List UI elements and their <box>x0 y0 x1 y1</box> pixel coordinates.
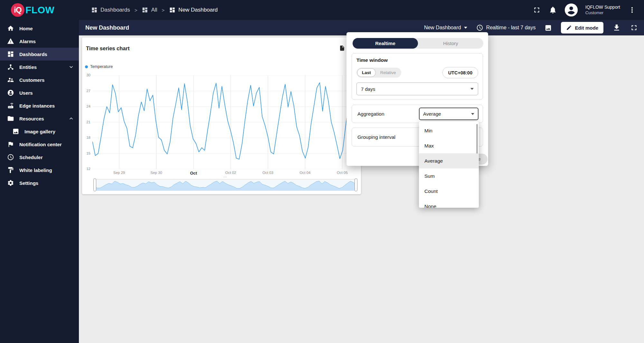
user-avatar[interactable] <box>565 4 578 16</box>
x-axis-tick: Sep 29 <box>113 171 125 175</box>
dashboard-fullscreen-icon[interactable] <box>630 24 638 32</box>
breadcrumb-label: Dashboards <box>100 7 130 13</box>
sidebar-item-label: Alarms <box>19 39 36 44</box>
sidebar-item-image-gallery[interactable]: Image gallery <box>0 125 79 138</box>
sidebar-nav: HomeAlarmsDashboardsEntitiesCustomersUse… <box>0 20 79 343</box>
legend-dot <box>85 65 88 68</box>
logo-text: FLOW <box>25 5 54 15</box>
y-axis-tick: 12 <box>82 167 90 171</box>
y-axis-tick: 15 <box>82 151 90 155</box>
breadcrumb-separator: > <box>162 7 165 13</box>
time-range-scrubber[interactable]: ⋯ <box>94 179 356 191</box>
breadcrumb-item-all[interactable]: All <box>142 7 157 13</box>
duration-select[interactable]: 7 days <box>356 82 478 95</box>
scrubber-left-handle[interactable] <box>93 178 96 191</box>
user-info[interactable]: IQFLOW Support Customer <box>585 4 620 15</box>
widget-title: Time series chart <box>86 45 129 52</box>
download-icon[interactable] <box>612 24 621 32</box>
pencil-icon <box>566 25 572 31</box>
user-name: IQFLOW Support <box>585 4 620 10</box>
x-axis-tick: Oct 05 <box>337 171 348 175</box>
image-icon <box>12 128 19 135</box>
warning-icon <box>7 38 14 45</box>
sidebar-item-resources[interactable]: Resources <box>0 112 79 125</box>
edit-mode-button[interactable]: Edit mode <box>561 22 603 33</box>
time-window-mode-toggle: Last Relative <box>356 68 401 78</box>
fullscreen-icon[interactable] <box>533 6 541 14</box>
image-toolbar-icon[interactable] <box>545 24 552 32</box>
sidebar-item-users[interactable]: Users <box>0 86 79 99</box>
sidebar-item-edge-instances[interactable]: Edge instances <box>0 99 79 112</box>
sidebar-item-dashboards[interactable]: Dashboards <box>0 48 79 61</box>
sidebar-item-home[interactable]: Home <box>0 22 79 35</box>
scrubber-right-handle[interactable] <box>355 178 357 191</box>
dropdown-option-none[interactable]: None <box>419 199 479 208</box>
x-axis-tick: Oct 03 <box>262 171 273 175</box>
sidebar-item-settings[interactable]: Settings <box>0 176 79 189</box>
sidebar-item-label: Users <box>19 90 33 96</box>
y-axis-tick: 21 <box>82 120 90 124</box>
sidebar-item-scheduler[interactable]: Scheduler <box>0 151 79 164</box>
sidebar-item-label: Settings <box>19 180 38 186</box>
dashboard-selector[interactable]: New Dashboard <box>424 25 467 31</box>
sidebar-item-entities[interactable]: Entities <box>0 61 79 73</box>
y-axis-tick: 18 <box>82 136 90 139</box>
time-series-plot[interactable] <box>92 75 357 169</box>
aggregation-label: Aggregation <box>357 111 384 117</box>
dropdown-option-average[interactable]: Average <box>419 153 479 168</box>
aggregation-select[interactable]: Average <box>419 108 478 120</box>
person-icon <box>7 89 14 96</box>
folder-icon <box>7 115 14 122</box>
x-axis-tick: Oct 04 <box>300 171 311 175</box>
widget-export-icon[interactable] <box>339 45 345 51</box>
gear-icon <box>7 179 14 186</box>
legend-item-temperature[interactable]: Temperature <box>85 64 113 69</box>
sidebar-item-white-labeling[interactable]: White labeling <box>0 164 79 176</box>
timezone-button[interactable]: UTC+08:00 <box>442 67 478 78</box>
mode-relative-button[interactable]: Relative <box>376 68 401 77</box>
breadcrumb-item-new-dashboard[interactable]: New Dashboard <box>169 7 218 13</box>
dashboards-icon <box>91 7 98 13</box>
dropdown-scrollbar[interactable] <box>476 124 478 154</box>
people-icon <box>7 76 14 83</box>
time-window-title: Time window <box>356 57 478 63</box>
sidebar-item-label: Image gallery <box>24 129 55 134</box>
dropdown-option-min[interactable]: Min <box>419 123 479 138</box>
dashboards-icon <box>142 7 148 13</box>
sidebar-item-label: White labeling <box>19 167 52 173</box>
x-axis-tick: Oct 02 <box>225 171 236 175</box>
sidebar-item-alarms[interactable]: Alarms <box>0 35 79 48</box>
sidebar-item-notification-center[interactable]: Notification center <box>0 138 79 151</box>
timeseries-widget: Time series chart Temperature 3027242118… <box>82 37 361 194</box>
breadcrumb-label: All <box>151 7 157 13</box>
dropdown-option-count[interactable]: Count <box>419 184 479 199</box>
scrubber-grip[interactable]: ⋯ <box>223 175 227 179</box>
clock-icon <box>476 24 483 31</box>
x-axis-tick: Oct <box>190 171 197 176</box>
timewindow-button[interactable]: Realtime - last 7 days <box>476 24 536 31</box>
paint-icon <box>7 167 14 174</box>
app-logo: iQ FLOW <box>0 3 79 17</box>
y-axis-tick: 30 <box>82 73 90 77</box>
sidebar-item-label: Scheduler <box>19 155 43 160</box>
breadcrumb-item-dashboards[interactable]: Dashboards <box>91 7 130 13</box>
sidebar-item-label: Dashboards <box>19 52 47 57</box>
more-menu-icon[interactable] <box>628 6 636 14</box>
breadcrumb-separator: > <box>135 7 137 13</box>
dropdown-option-max[interactable]: Max <box>419 138 479 153</box>
aggregation-dropdown: MinMaxAverageSumCountNone <box>419 121 479 208</box>
mode-last-button[interactable]: Last <box>357 68 376 77</box>
home-icon <box>7 25 14 32</box>
grouping-interval-label: Grouping interval <box>357 134 395 140</box>
time-window-section: Time window Last Relative UTC+08:00 7 da… <box>352 53 483 100</box>
tab-realtime[interactable]: Realtime <box>353 38 418 49</box>
y-axis-tick: 27 <box>82 89 90 93</box>
tab-history[interactable]: History <box>418 38 483 49</box>
sidebar-item-customers[interactable]: Customers <box>0 73 79 86</box>
clock-icon <box>7 154 14 161</box>
dropdown-option-sum[interactable]: Sum <box>419 168 479 184</box>
notifications-bell-icon[interactable] <box>549 6 557 14</box>
sidebar-item-label: Customers <box>19 77 44 83</box>
logo-mark: iQ <box>11 3 24 17</box>
topbar-actions: IQFLOW Support Customer <box>533 4 644 16</box>
